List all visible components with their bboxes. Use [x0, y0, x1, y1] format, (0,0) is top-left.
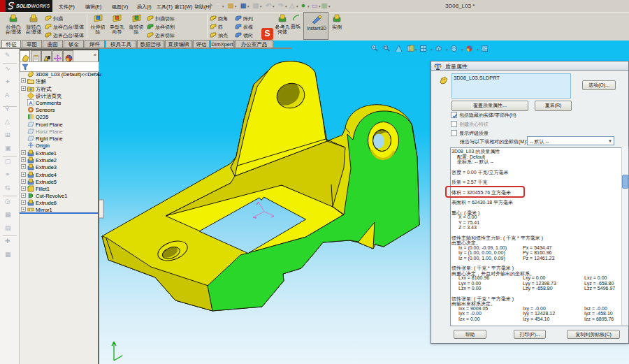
- svg-text:A: A: [29, 100, 33, 106]
